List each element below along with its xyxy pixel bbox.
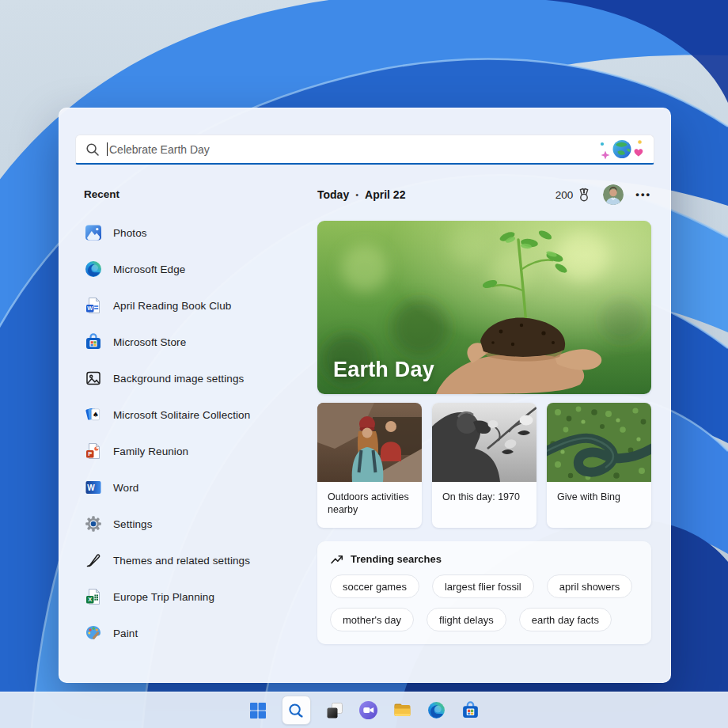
store-icon (84, 332, 103, 351)
avatar[interactable] (603, 184, 624, 205)
trending-pill[interactable]: largest flier fossil (432, 574, 534, 598)
card-outdoors-activities[interactable]: Outdoors activities nearby (317, 403, 422, 528)
solitaire-icon: ♠ (84, 405, 103, 424)
rewards-medal-icon (577, 187, 591, 203)
trending-searches-panel: Trending searches soccer games largest f… (317, 541, 651, 644)
recent-item-label: Family Reunion (113, 446, 188, 457)
recent-item-themes-and-related-settings[interactable]: Themes and related settings (84, 542, 309, 578)
card-label: Give with Bing (547, 482, 651, 503)
trending-pill[interactable]: april showers (547, 574, 633, 598)
svg-text:P: P (88, 450, 92, 457)
recent-item-label: April Reading Book Club (113, 300, 231, 312)
recent-item-photos[interactable]: Photos (84, 214, 309, 251)
windows-start-icon (248, 701, 267, 720)
recent-item-microsoft-store[interactable]: Microsoft Store (84, 324, 309, 360)
recent-item-label: Europe Trip Planning (113, 591, 214, 603)
file-explorer-icon (392, 700, 412, 720)
recent-item-label: Paint (113, 628, 138, 639)
trending-heading: Trending searches (351, 553, 442, 565)
svg-text:W: W (87, 305, 93, 312)
recent-item-label: Microsoft Store (113, 336, 186, 348)
card-give-with-bing[interactable]: Give with Bing (547, 403, 651, 528)
svg-text:X: X (88, 596, 92, 603)
card-label: On this day: 1970 (432, 482, 537, 503)
edge-button[interactable] (427, 700, 446, 720)
trending-pill[interactable]: soccer games (330, 574, 419, 598)
task-view-icon (325, 701, 344, 720)
taskbar-search-icon (287, 702, 305, 719)
recent-item-settings[interactable]: Settings (84, 506, 309, 542)
recent-item-microsoft-solitaire-collection[interactable]: ♠ Microsoft Solitaire Collection (84, 396, 309, 433)
taskbar-edge-icon (427, 700, 446, 720)
recent-item-microsoft-edge[interactable]: Microsoft Edge (84, 251, 309, 287)
card-on-this-day[interactable]: On this day: 1970 (432, 403, 537, 528)
trending-pills: soccer games largest flier fossil april … (330, 574, 639, 631)
recent-item-label: Background image settings (113, 373, 244, 385)
recent-panel: Recent Photos (84, 188, 309, 651)
trending-pill[interactable]: earth day facts (519, 608, 612, 631)
card-image-hikers (317, 403, 422, 482)
excel-document-icon: X (84, 587, 103, 606)
taskbar-search-button[interactable] (282, 696, 311, 725)
trending-up-icon (330, 553, 343, 565)
svg-text:♠: ♠ (93, 411, 99, 419)
hero-title: Earth Day (333, 358, 434, 382)
search-icon (85, 142, 100, 157)
recent-item-family-reunion[interactable]: P Family Reunion (84, 433, 309, 469)
card-image-forest-river (547, 403, 651, 482)
recent-item-label: Microsoft Edge (113, 264, 185, 275)
settings-gear-icon (84, 514, 103, 533)
task-view-button[interactable] (325, 701, 344, 720)
trending-pill[interactable]: mother's day (330, 608, 414, 631)
recent-item-label: Settings (113, 518, 153, 530)
svg-text:W: W (87, 483, 95, 492)
recent-item-background-image-settings[interactable]: Background image settings (84, 360, 309, 396)
recent-item-april-reading-book-club[interactable]: W April Reading Book Club (84, 287, 309, 324)
card-label: Outdoors activities nearby (317, 482, 422, 517)
hero-card-earth-day[interactable]: Earth Day (317, 221, 651, 394)
cards-row: Outdoors activities nearby (317, 403, 651, 528)
recent-item-paint[interactable]: Paint (84, 615, 309, 651)
text-cursor (107, 142, 108, 156)
rewards-points: 200 (555, 189, 574, 201)
file-explorer-button[interactable] (392, 700, 412, 720)
store-button[interactable] (461, 700, 480, 720)
today-header: Today • April 22 200 (317, 184, 651, 205)
chat-icon (358, 700, 378, 720)
dot-separator: • (355, 190, 358, 199)
trending-pill[interactable]: flight delays (427, 608, 506, 631)
date-label: Today • April 22 (317, 188, 405, 201)
recent-heading: Recent (84, 188, 309, 201)
paint-icon (84, 624, 103, 643)
chat-button[interactable] (358, 700, 378, 720)
word-document-icon: W (84, 296, 103, 315)
more-options-button[interactable]: ••• (635, 191, 651, 199)
recent-item-label: Word (113, 482, 138, 494)
recent-item-label: Microsoft Solitaire Collection (113, 409, 250, 421)
powerpoint-document-icon: P (84, 442, 103, 461)
start-button[interactable] (248, 701, 267, 720)
word-icon: W (84, 478, 103, 497)
recent-list: Photos Microsoft Edge (84, 214, 309, 651)
photos-icon (84, 223, 103, 242)
themes-brush-icon (84, 551, 103, 570)
search-flyout-window: Celebrate Earth Day Recent (59, 108, 671, 683)
today-text: Today (317, 188, 349, 201)
edge-icon (84, 260, 103, 279)
recent-item-label: Themes and related settings (113, 555, 250, 567)
background-image-icon (84, 369, 103, 388)
recent-item-europe-trip-planning[interactable]: X Europe Trip Planning (84, 578, 309, 615)
rewards-badge[interactable]: 200 (555, 187, 592, 203)
taskbar-store-icon (461, 700, 480, 720)
recent-item-label: Photos (113, 227, 147, 239)
date-text: April 22 (365, 188, 405, 201)
recent-item-word[interactable]: W Word (84, 469, 309, 506)
taskbar (0, 692, 728, 728)
today-panel: Today • April 22 200 (317, 108, 651, 682)
card-image-1970-photo (432, 403, 537, 482)
